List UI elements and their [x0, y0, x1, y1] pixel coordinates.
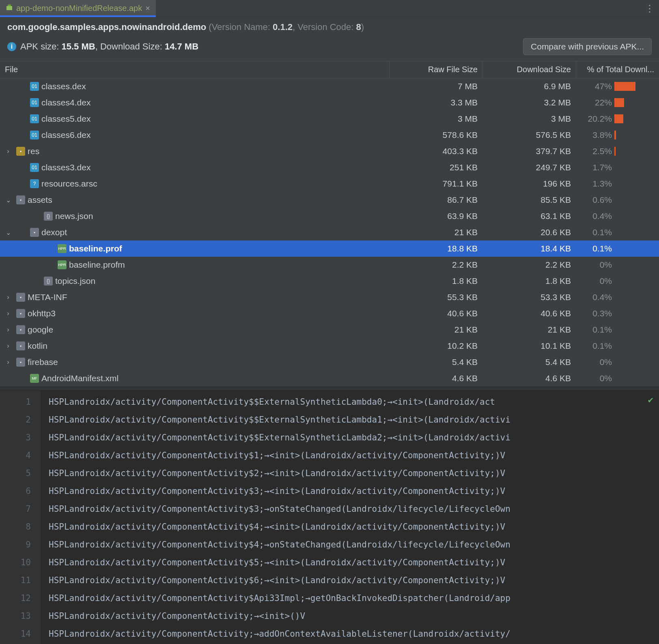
download-size: 2.2 KB — [482, 260, 576, 270]
table-row[interactable]: ? resources.arsc791.1 KB196 KB1.3% — [0, 176, 659, 192]
code-lines[interactable]: HSPLandroidx/activity/ComponentActivity$… — [41, 391, 659, 644]
file-name: classes4.dex — [41, 98, 90, 107]
download-size: 5.4 KB — [482, 357, 576, 367]
table-row[interactable]: ⌄▪ dexopt21 KB20.6 KB0.1% — [0, 224, 659, 240]
close-icon[interactable]: × — [145, 4, 150, 13]
table-row[interactable]: ⌄▪ assets86.7 KB85.5 KB0.6% — [0, 192, 659, 208]
percent: 0% — [576, 260, 614, 270]
splitter[interactable] — [0, 386, 659, 391]
table-row[interactable]: 01 classes3.dex251 KB249.7 KB1.7% — [0, 159, 659, 176]
table-row[interactable]: HPR baseline.profm2.2 KB2.2 KB0% — [0, 257, 659, 273]
file-name: AndroidManifest.xml — [41, 374, 118, 383]
file-table: File Raw File Size Download Size % of To… — [0, 61, 659, 386]
file-name: resources.arsc — [41, 179, 97, 189]
download-size: 10.1 KB — [482, 341, 576, 351]
raw-size: 791.1 KB — [389, 179, 482, 189]
chevron-down-icon[interactable]: ⌄ — [5, 196, 11, 204]
apk-icon — [6, 4, 13, 13]
file-name: google — [28, 325, 53, 335]
chevron-down-icon[interactable]: ⌄ — [5, 229, 11, 236]
file-name: assets — [28, 195, 52, 205]
table-row[interactable]: HPR baseline.prof18.8 KB18.4 KB0.1% — [0, 240, 659, 257]
table-row[interactable]: 01 classes5.dex3 MB3 MB20.2% — [0, 111, 659, 127]
table-row[interactable]: 01 classes.dex7 MB6.9 MB47% — [0, 78, 659, 94]
file-name: classes3.dex — [41, 163, 90, 172]
col-download-size[interactable]: Download Size — [482, 61, 576, 78]
table-row[interactable]: ›▪ okhttp340.6 KB40.6 KB0.3% — [0, 305, 659, 322]
code-line: HSPLandroidx/activity/ComponentActivity$… — [49, 536, 659, 554]
compare-apk-button[interactable]: Compare with previous APK... — [523, 38, 652, 55]
code-line: HSPLandroidx/activity/ComponentActivity$… — [49, 518, 659, 536]
chevron-right-icon[interactable]: › — [5, 358, 11, 366]
percent-bar — [614, 131, 616, 140]
download-size: 3.2 MB — [482, 98, 576, 107]
raw-size: 2.2 KB — [389, 260, 482, 270]
percent: 0% — [576, 374, 614, 383]
file-name: dexopt — [41, 228, 67, 237]
table-row[interactable]: 01 classes6.dex578.6 KB576.5 KB3.8% — [0, 127, 659, 143]
table-row[interactable]: ›▪ res403.3 KB379.7 KB2.5% — [0, 143, 659, 159]
chevron-right-icon[interactable]: › — [5, 342, 11, 350]
download-size: 21 KB — [482, 325, 576, 335]
download-size: 1.8 KB — [482, 276, 576, 286]
raw-size: 1.8 KB — [389, 276, 482, 286]
percent-bar — [614, 114, 623, 123]
code-line: HSPLandroidx/activity/ComponentActivity$… — [49, 447, 659, 464]
package-name: com.google.samples.apps.nowinandroid.dem… — [7, 22, 206, 32]
col-file[interactable]: File — [0, 61, 389, 78]
fold-icon: ▪ — [16, 325, 25, 334]
tab-bar: app-demo-nonMinifiedRelease.apk × ⋮ — [0, 0, 659, 17]
code-line: HSPLandroidx/activity/ComponentActivity$… — [49, 429, 659, 447]
percent: 0.1% — [576, 228, 614, 237]
percent: 0.1% — [576, 244, 614, 253]
file-name: baseline.profm — [69, 260, 125, 270]
table-row[interactable]: ›▪ google21 KB21 KB0.1% — [0, 322, 659, 338]
table-row[interactable]: {} topics.json1.8 KB1.8 KB0% — [0, 273, 659, 289]
table-row[interactable]: MF AndroidManifest.xml4.6 KB4.6 KB0% — [0, 370, 659, 386]
raw-size: 10.2 KB — [389, 341, 482, 351]
raw-size: 403.3 KB — [389, 146, 482, 156]
chevron-right-icon[interactable]: › — [5, 294, 11, 301]
fold-icon: ▪ — [16, 341, 25, 350]
col-raw-size[interactable]: Raw File Size — [389, 61, 482, 78]
mf-icon: MF — [30, 374, 39, 383]
table-header: File Raw File Size Download Size % of To… — [0, 61, 659, 78]
tab-menu-icon[interactable]: ⋮ — [640, 0, 659, 17]
download-size: 18.4 KB — [482, 244, 576, 253]
fold-icon: ▪ — [16, 358, 25, 367]
fold-icon: ▪ — [16, 309, 25, 318]
file-name: news.json — [55, 211, 93, 221]
table-row[interactable]: ›▪ kotlin10.2 KB10.1 KB0.1% — [0, 338, 659, 354]
raw-size: 21 KB — [389, 325, 482, 335]
dex-icon: 01 — [30, 98, 39, 107]
prof-icon: HPR — [58, 244, 67, 253]
chevron-right-icon[interactable]: › — [5, 310, 11, 317]
table-row[interactable]: ›▪ META-INF55.3 KB53.3 KB0.4% — [0, 289, 659, 305]
dex-icon: 01 — [30, 131, 39, 140]
file-name: META-INF — [28, 292, 67, 302]
percent: 0% — [576, 357, 614, 367]
percent: 0.4% — [576, 211, 614, 221]
raw-size: 3 MB — [389, 114, 482, 124]
tab-apk-analyzer[interactable]: app-demo-nonMinifiedRelease.apk × — [0, 0, 156, 17]
raw-size: 3.3 MB — [389, 98, 482, 107]
download-size: 6.9 MB — [482, 82, 576, 91]
chevron-right-icon[interactable]: › — [5, 148, 11, 155]
raw-size: 251 KB — [389, 163, 482, 172]
code-line: HSPLandroidx/activity/ComponentActivity$… — [49, 393, 659, 411]
code-line: HSPLandroidx/activity/ComponentActivity$… — [49, 589, 659, 607]
code-line: HSPLandroidx/activity/ComponentActivity$… — [49, 482, 659, 500]
download-size: 20.6 KB — [482, 228, 576, 237]
dex-icon: 01 — [30, 82, 39, 91]
table-row[interactable]: {} news.json63.9 KB63.1 KB0.4% — [0, 208, 659, 224]
table-row[interactable]: ›▪ firebase5.4 KB5.4 KB0% — [0, 354, 659, 370]
dex-icon: 01 — [30, 114, 39, 123]
download-size: 379.7 KB — [482, 146, 576, 156]
raw-size: 4.6 KB — [389, 374, 482, 383]
table-row[interactable]: 01 classes4.dex3.3 MB3.2 MB22% — [0, 94, 659, 111]
percent: 0.6% — [576, 195, 614, 205]
col-percent[interactable]: % of Total Downl... — [576, 61, 659, 78]
file-content-viewer: 1234567891011121314 HSPLandroidx/activit… — [0, 391, 659, 644]
fold-icon: ▪ — [30, 228, 39, 237]
chevron-right-icon[interactable]: › — [5, 326, 11, 333]
